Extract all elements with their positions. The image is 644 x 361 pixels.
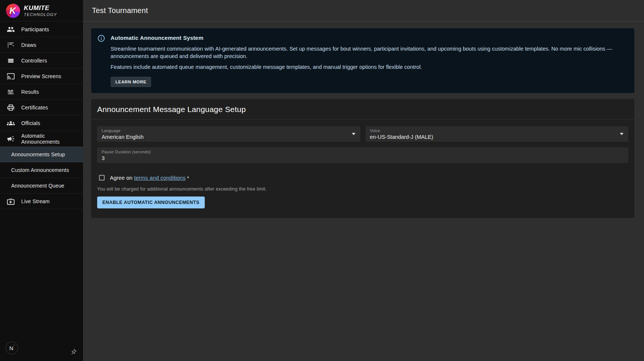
pause-duration-input[interactable]: Pause Duration (seconds) 3 <box>97 147 628 163</box>
language-select[interactable]: Language American English <box>97 126 360 142</box>
sidebar-item-label: Controllers <box>21 58 47 64</box>
logo-letter: K <box>9 6 16 16</box>
rows-icon <box>7 57 15 65</box>
sidebar-item-label: Announcement Queue <box>11 183 64 189</box>
brand-logo[interactable]: K KUMITE TECHNOLOGY <box>0 0 83 22</box>
sidebar-item-automatic-announcements[interactable]: Automatic Announcements <box>0 131 83 147</box>
learn-more-button[interactable]: LEARN MORE <box>111 77 151 87</box>
sidebar-item-label: Draws <box>21 42 36 48</box>
pin-icon[interactable] <box>70 349 77 356</box>
top-bar: Test Tournament <box>83 0 644 22</box>
language-select-label: Language <box>102 128 356 133</box>
app-window: K KUMITE TECHNOLOGY Participants Draws C… <box>0 0 644 361</box>
sidebar-item-draws[interactable]: Draws <box>0 37 83 53</box>
sidebar-item-controllers[interactable]: Controllers <box>0 53 83 68</box>
sidebar-item-participants[interactable]: Participants <box>0 22 83 37</box>
sidebar-item-label: Certificates <box>21 105 48 111</box>
pause-duration-value: 3 <box>102 155 624 161</box>
sidebar-item-label: Live Stream <box>21 198 50 204</box>
terms-link[interactable]: terms and conditions <box>134 175 185 181</box>
language-setup-card: Announcement Message Language Setup Lang… <box>91 99 634 218</box>
sidebar-item-label: Announcements Setup <box>11 151 65 157</box>
people-icon <box>7 25 15 33</box>
sidebar-item-certificates[interactable]: Certificates <box>0 100 83 115</box>
language-select-value: American English <box>102 134 356 140</box>
chevron-down-icon <box>620 133 624 135</box>
agree-text: Agree on terms and conditions* <box>110 175 189 181</box>
voice-select-value: en-US-Standard-J (MALE) <box>370 134 624 140</box>
agree-row: Agree on terms and conditions* <box>99 175 628 181</box>
print-icon <box>7 103 15 112</box>
avatar-tick: ’ <box>14 344 15 348</box>
agree-checkbox[interactable] <box>99 175 105 180</box>
voice-select-label: Voice <box>370 128 624 133</box>
brand-subtitle: TECHNOLOGY <box>24 12 57 17</box>
avatar[interactable]: N’ <box>6 342 18 354</box>
voice-select[interactable]: Voice en-US-Standard-J (MALE) <box>366 126 629 142</box>
main-content: Automatic Announcement System Streamline… <box>83 22 644 361</box>
results-icon <box>7 88 15 96</box>
info-icon <box>97 34 105 42</box>
info-banner-body: Automatic Announcement System Streamline… <box>111 34 628 87</box>
sidebar-item-label: Officials <box>21 120 40 126</box>
sidebar-item-results[interactable]: Results <box>0 84 83 100</box>
page-title: Test Tournament <box>83 6 148 15</box>
sidebar-nav: Participants Draws Controllers Preview S… <box>0 22 83 209</box>
sidebar-item-announcement-queue[interactable]: Announcement Queue <box>0 178 83 194</box>
sidebar-item-announcements-setup[interactable]: Announcements Setup <box>0 147 83 162</box>
sidebar-item-label: Custom Announcements <box>11 167 69 173</box>
setup-card-title: Announcement Message Language Setup <box>91 99 634 120</box>
brand-text: KUMITE TECHNOLOGY <box>24 4 57 17</box>
sidebar-item-label: Preview Screens <box>21 73 61 79</box>
info-banner-title: Automatic Announcement System <box>111 35 628 41</box>
draws-list-icon <box>7 41 15 49</box>
sidebar-item-live-stream[interactable]: Live Stream <box>0 194 83 209</box>
required-asterisk: * <box>187 175 189 181</box>
avatar-letter: N <box>9 345 13 351</box>
sidebar-footer: N’ <box>0 336 83 361</box>
sidebar: K KUMITE TECHNOLOGY Participants Draws C… <box>0 0 83 361</box>
sidebar-item-label: Participants <box>21 26 49 32</box>
kumite-logo-icon: K <box>6 4 20 18</box>
sidebar-item-custom-announcements[interactable]: Custom Announcements <box>0 162 83 178</box>
agree-prefix: Agree on <box>110 175 134 181</box>
sidebar-item-label: Automatic Announcements <box>21 133 83 145</box>
sidebar-item-officials[interactable]: Officials <box>0 115 83 131</box>
campaign-icon <box>7 135 15 143</box>
groups-icon <box>7 119 15 127</box>
select-row: Language American English Voice en-US-St… <box>97 126 628 142</box>
cast-icon <box>7 72 15 80</box>
enable-announcements-button[interactable]: ENABLE AUTOMATIC ANNOUNCEMENTS <box>97 197 205 208</box>
live-tv-icon <box>7 197 15 205</box>
info-banner: Automatic Announcement System Streamline… <box>91 28 634 93</box>
pause-duration-label: Pause Duration (seconds) <box>102 150 624 154</box>
brand-name: KUMITE <box>24 4 57 12</box>
sidebar-item-preview-screens[interactable]: Preview Screens <box>0 68 83 84</box>
setup-form: Language American English Voice en-US-St… <box>91 120 634 208</box>
chevron-down-icon <box>352 133 356 135</box>
sidebar-item-label: Results <box>21 89 39 95</box>
info-banner-paragraph-1: Streamline tournament communication with… <box>111 45 628 60</box>
billing-helper-text: You will be charged for additional annou… <box>97 186 628 192</box>
info-banner-paragraph-2: Features include automated queue managem… <box>111 63 628 71</box>
